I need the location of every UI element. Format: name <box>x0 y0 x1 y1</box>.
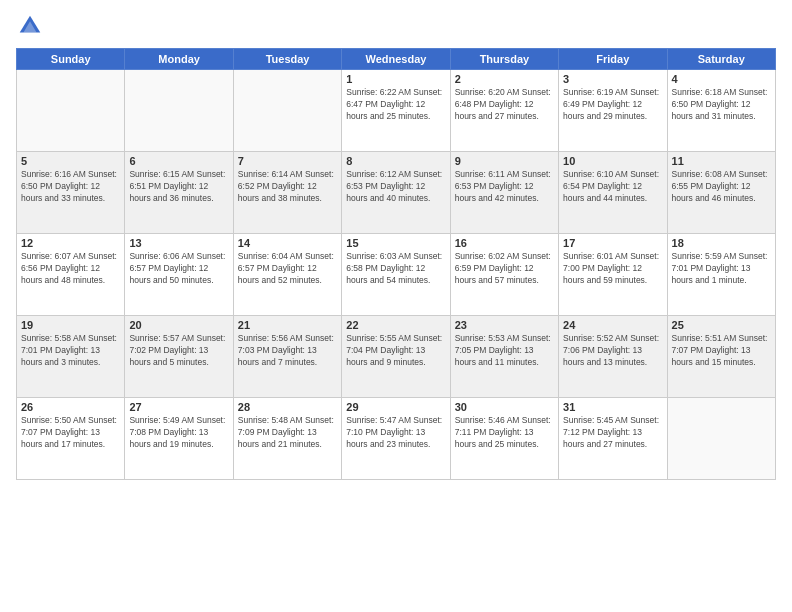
day-cell: 16Sunrise: 6:02 AM Sunset: 6:59 PM Dayli… <box>450 234 558 316</box>
day-cell <box>667 398 775 480</box>
day-cell: 26Sunrise: 5:50 AM Sunset: 7:07 PM Dayli… <box>17 398 125 480</box>
day-number: 23 <box>455 319 554 331</box>
day-info: Sunrise: 5:52 AM Sunset: 7:06 PM Dayligh… <box>563 333 662 369</box>
day-cell: 20Sunrise: 5:57 AM Sunset: 7:02 PM Dayli… <box>125 316 233 398</box>
day-number: 6 <box>129 155 228 167</box>
day-cell: 22Sunrise: 5:55 AM Sunset: 7:04 PM Dayli… <box>342 316 450 398</box>
day-info: Sunrise: 6:22 AM Sunset: 6:47 PM Dayligh… <box>346 87 445 123</box>
day-number: 26 <box>21 401 120 413</box>
day-cell: 24Sunrise: 5:52 AM Sunset: 7:06 PM Dayli… <box>559 316 667 398</box>
day-info: Sunrise: 5:57 AM Sunset: 7:02 PM Dayligh… <box>129 333 228 369</box>
calendar: SundayMondayTuesdayWednesdayThursdayFrid… <box>16 48 776 480</box>
day-info: Sunrise: 6:20 AM Sunset: 6:48 PM Dayligh… <box>455 87 554 123</box>
day-header-wednesday: Wednesday <box>342 49 450 70</box>
day-number: 8 <box>346 155 445 167</box>
day-header-sunday: Sunday <box>17 49 125 70</box>
day-cell: 1Sunrise: 6:22 AM Sunset: 6:47 PM Daylig… <box>342 70 450 152</box>
day-cell: 25Sunrise: 5:51 AM Sunset: 7:07 PM Dayli… <box>667 316 775 398</box>
day-info: Sunrise: 6:03 AM Sunset: 6:58 PM Dayligh… <box>346 251 445 287</box>
day-info: Sunrise: 5:55 AM Sunset: 7:04 PM Dayligh… <box>346 333 445 369</box>
week-row-1: 5Sunrise: 6:16 AM Sunset: 6:50 PM Daylig… <box>17 152 776 234</box>
day-cell: 18Sunrise: 5:59 AM Sunset: 7:01 PM Dayli… <box>667 234 775 316</box>
logo <box>16 12 48 40</box>
day-number: 10 <box>563 155 662 167</box>
day-number: 1 <box>346 73 445 85</box>
day-cell: 29Sunrise: 5:47 AM Sunset: 7:10 PM Dayli… <box>342 398 450 480</box>
day-info: Sunrise: 5:48 AM Sunset: 7:09 PM Dayligh… <box>238 415 337 451</box>
day-number: 2 <box>455 73 554 85</box>
day-number: 17 <box>563 237 662 249</box>
day-info: Sunrise: 6:07 AM Sunset: 6:56 PM Dayligh… <box>21 251 120 287</box>
day-cell: 9Sunrise: 6:11 AM Sunset: 6:53 PM Daylig… <box>450 152 558 234</box>
week-row-3: 19Sunrise: 5:58 AM Sunset: 7:01 PM Dayli… <box>17 316 776 398</box>
day-cell: 7Sunrise: 6:14 AM Sunset: 6:52 PM Daylig… <box>233 152 341 234</box>
day-number: 12 <box>21 237 120 249</box>
week-row-4: 26Sunrise: 5:50 AM Sunset: 7:07 PM Dayli… <box>17 398 776 480</box>
day-cell: 23Sunrise: 5:53 AM Sunset: 7:05 PM Dayli… <box>450 316 558 398</box>
day-cell <box>17 70 125 152</box>
day-info: Sunrise: 6:15 AM Sunset: 6:51 PM Dayligh… <box>129 169 228 205</box>
day-info: Sunrise: 5:47 AM Sunset: 7:10 PM Dayligh… <box>346 415 445 451</box>
day-header-tuesday: Tuesday <box>233 49 341 70</box>
day-cell: 17Sunrise: 6:01 AM Sunset: 7:00 PM Dayli… <box>559 234 667 316</box>
day-info: Sunrise: 6:06 AM Sunset: 6:57 PM Dayligh… <box>129 251 228 287</box>
day-cell: 19Sunrise: 5:58 AM Sunset: 7:01 PM Dayli… <box>17 316 125 398</box>
day-number: 22 <box>346 319 445 331</box>
day-number: 30 <box>455 401 554 413</box>
day-info: Sunrise: 5:58 AM Sunset: 7:01 PM Dayligh… <box>21 333 120 369</box>
day-info: Sunrise: 5:46 AM Sunset: 7:11 PM Dayligh… <box>455 415 554 451</box>
day-cell: 11Sunrise: 6:08 AM Sunset: 6:55 PM Dayli… <box>667 152 775 234</box>
day-number: 16 <box>455 237 554 249</box>
day-number: 29 <box>346 401 445 413</box>
day-header-thursday: Thursday <box>450 49 558 70</box>
day-number: 21 <box>238 319 337 331</box>
day-cell: 10Sunrise: 6:10 AM Sunset: 6:54 PM Dayli… <box>559 152 667 234</box>
day-info: Sunrise: 5:50 AM Sunset: 7:07 PM Dayligh… <box>21 415 120 451</box>
day-number: 7 <box>238 155 337 167</box>
day-cell: 2Sunrise: 6:20 AM Sunset: 6:48 PM Daylig… <box>450 70 558 152</box>
page: SundayMondayTuesdayWednesdayThursdayFrid… <box>0 0 792 612</box>
day-cell: 27Sunrise: 5:49 AM Sunset: 7:08 PM Dayli… <box>125 398 233 480</box>
day-cell: 4Sunrise: 6:18 AM Sunset: 6:50 PM Daylig… <box>667 70 775 152</box>
day-number: 15 <box>346 237 445 249</box>
day-cell: 21Sunrise: 5:56 AM Sunset: 7:03 PM Dayli… <box>233 316 341 398</box>
day-number: 27 <box>129 401 228 413</box>
day-cell: 15Sunrise: 6:03 AM Sunset: 6:58 PM Dayli… <box>342 234 450 316</box>
day-header-saturday: Saturday <box>667 49 775 70</box>
day-cell: 3Sunrise: 6:19 AM Sunset: 6:49 PM Daylig… <box>559 70 667 152</box>
logo-icon <box>16 12 44 40</box>
day-number: 31 <box>563 401 662 413</box>
day-info: Sunrise: 5:45 AM Sunset: 7:12 PM Dayligh… <box>563 415 662 451</box>
day-info: Sunrise: 6:01 AM Sunset: 7:00 PM Dayligh… <box>563 251 662 287</box>
day-info: Sunrise: 6:18 AM Sunset: 6:50 PM Dayligh… <box>672 87 771 123</box>
day-cell: 31Sunrise: 5:45 AM Sunset: 7:12 PM Dayli… <box>559 398 667 480</box>
day-cell: 30Sunrise: 5:46 AM Sunset: 7:11 PM Dayli… <box>450 398 558 480</box>
day-info: Sunrise: 6:16 AM Sunset: 6:50 PM Dayligh… <box>21 169 120 205</box>
week-row-0: 1Sunrise: 6:22 AM Sunset: 6:47 PM Daylig… <box>17 70 776 152</box>
day-number: 19 <box>21 319 120 331</box>
day-number: 13 <box>129 237 228 249</box>
day-info: Sunrise: 6:08 AM Sunset: 6:55 PM Dayligh… <box>672 169 771 205</box>
day-cell: 5Sunrise: 6:16 AM Sunset: 6:50 PM Daylig… <box>17 152 125 234</box>
day-number: 20 <box>129 319 228 331</box>
day-info: Sunrise: 5:59 AM Sunset: 7:01 PM Dayligh… <box>672 251 771 287</box>
day-info: Sunrise: 6:14 AM Sunset: 6:52 PM Dayligh… <box>238 169 337 205</box>
day-info: Sunrise: 5:49 AM Sunset: 7:08 PM Dayligh… <box>129 415 228 451</box>
day-number: 25 <box>672 319 771 331</box>
day-info: Sunrise: 5:51 AM Sunset: 7:07 PM Dayligh… <box>672 333 771 369</box>
day-info: Sunrise: 5:53 AM Sunset: 7:05 PM Dayligh… <box>455 333 554 369</box>
day-info: Sunrise: 5:56 AM Sunset: 7:03 PM Dayligh… <box>238 333 337 369</box>
header <box>16 12 776 40</box>
day-info: Sunrise: 6:02 AM Sunset: 6:59 PM Dayligh… <box>455 251 554 287</box>
day-number: 28 <box>238 401 337 413</box>
day-number: 9 <box>455 155 554 167</box>
day-cell: 28Sunrise: 5:48 AM Sunset: 7:09 PM Dayli… <box>233 398 341 480</box>
day-info: Sunrise: 6:04 AM Sunset: 6:57 PM Dayligh… <box>238 251 337 287</box>
day-info: Sunrise: 6:12 AM Sunset: 6:53 PM Dayligh… <box>346 169 445 205</box>
day-header-monday: Monday <box>125 49 233 70</box>
day-number: 3 <box>563 73 662 85</box>
day-header-row: SundayMondayTuesdayWednesdayThursdayFrid… <box>17 49 776 70</box>
day-cell: 8Sunrise: 6:12 AM Sunset: 6:53 PM Daylig… <box>342 152 450 234</box>
day-number: 11 <box>672 155 771 167</box>
day-number: 24 <box>563 319 662 331</box>
